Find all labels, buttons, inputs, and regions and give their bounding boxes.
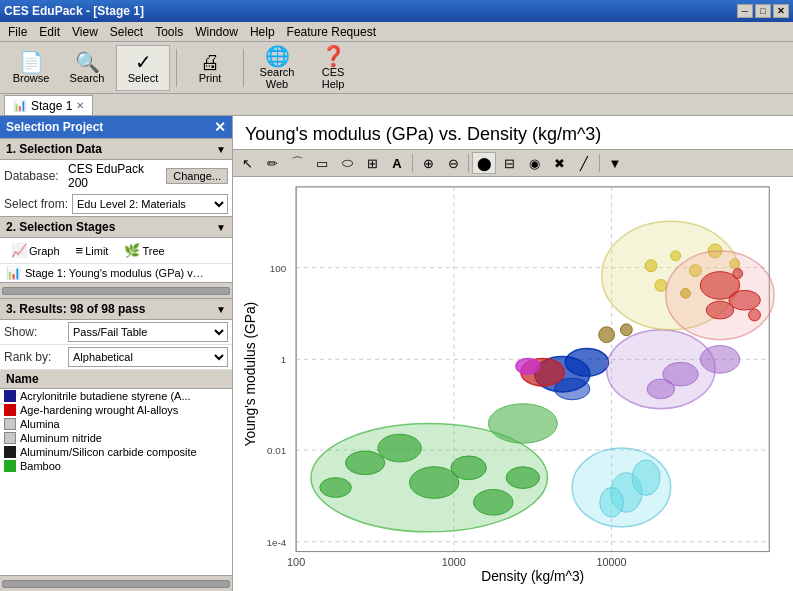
svg-point-44 xyxy=(733,269,743,279)
list-item[interactable]: Aluminum nitride xyxy=(0,431,232,445)
menu-help[interactable]: Help xyxy=(244,23,281,41)
section2-arrow: ▼ xyxy=(216,222,226,233)
svg-text:1: 1 xyxy=(281,354,286,365)
print-button[interactable]: 🖨 Print xyxy=(183,45,237,91)
database-value: CES EduPack 200 xyxy=(68,162,162,190)
menubar: File Edit View Select Tools Window Help … xyxy=(0,22,793,42)
ellipse-btn[interactable]: ⬭ xyxy=(335,152,359,174)
section3-header[interactable]: 3. Results: 98 of 98 pass ▼ xyxy=(0,298,232,320)
graph-button[interactable]: 📈 Graph xyxy=(4,240,67,261)
close-btn[interactable]: ✕ xyxy=(773,4,789,18)
tab-label: Stage 1 xyxy=(31,99,72,113)
svg-text:Density (kg/m^3): Density (kg/m^3) xyxy=(481,569,584,584)
maximize-btn[interactable]: □ xyxy=(755,4,771,18)
box-btn[interactable]: ▭ xyxy=(310,152,334,174)
list-item[interactable]: Acrylonitrile butadiene styrene (A... xyxy=(0,389,232,403)
show-dropdown[interactable]: Pass/Fail Table Pass Table Fail Table xyxy=(68,322,228,342)
chart-title: Young's modulus (GPa) vs. Density (kg/m^… xyxy=(233,116,793,149)
window-controls: ─ □ ✕ xyxy=(737,4,789,18)
section2-header[interactable]: 2. Selection Stages ▼ xyxy=(0,216,232,238)
hscroll-1 xyxy=(0,282,232,298)
menu-select[interactable]: Select xyxy=(104,23,149,41)
section1-arrow: ▼ xyxy=(216,144,226,155)
svg-point-15 xyxy=(474,489,513,515)
zoom-in-btn[interactable]: ⊕ xyxy=(416,152,440,174)
item-color-6 xyxy=(4,460,16,472)
svg-text:10000: 10000 xyxy=(597,556,627,568)
stages-toolbar: 📈 Graph ≡ Limit 🌿 Tree xyxy=(0,238,232,264)
hscrollbar-track[interactable] xyxy=(2,287,230,295)
section1-header[interactable]: 1. Selection Data ▼ xyxy=(0,138,232,160)
print-icon: 🖨 xyxy=(200,52,220,72)
list-item[interactable]: Alumina xyxy=(0,417,232,431)
browse-label: Browse xyxy=(13,72,50,84)
rankby-dropdown[interactable]: Alphabetical By Rank xyxy=(68,347,228,367)
select-button[interactable]: ✓ Select xyxy=(116,45,170,91)
svg-text:100: 100 xyxy=(270,263,287,274)
menu-view[interactable]: View xyxy=(66,23,104,41)
limit-label: Limit xyxy=(85,245,108,257)
svg-text:Young's modulus (GPa): Young's modulus (GPa) xyxy=(243,302,258,447)
change-button[interactable]: Change... xyxy=(166,168,228,184)
ceshelp-button[interactable]: ❓ CES Help xyxy=(306,45,360,91)
svg-text:1000: 1000 xyxy=(442,556,466,568)
svg-point-17 xyxy=(506,467,540,489)
item-label-4: Aluminum nitride xyxy=(20,432,102,444)
color-btn[interactable]: ◉ xyxy=(522,152,546,174)
section1-label: 1. Selection Data xyxy=(6,142,102,156)
list-item[interactable]: Age-hardening wrought Al-alloys xyxy=(0,403,232,417)
selectfrom-dropdown[interactable]: Edu Level 2: Materials xyxy=(72,194,228,214)
svg-point-22 xyxy=(516,358,540,374)
more-btn[interactable]: ▼ xyxy=(603,152,627,174)
grid-btn[interactable]: ⊞ xyxy=(360,152,384,174)
stage-icon: 📊 xyxy=(6,266,21,280)
browse-button[interactable]: 📄 Browse xyxy=(4,45,58,91)
svg-point-27 xyxy=(600,488,624,518)
line-btn[interactable]: ╱ xyxy=(572,152,596,174)
remove-btn[interactable]: ✖ xyxy=(547,152,571,174)
svg-text:0.01: 0.01 xyxy=(267,445,286,456)
minimize-btn[interactable]: ─ xyxy=(737,4,753,18)
tab-close-btn[interactable]: ✕ xyxy=(76,100,84,111)
svg-point-46 xyxy=(599,327,615,343)
list-item[interactable]: Bamboo xyxy=(0,459,232,473)
main-toolbar: 📄 Browse 🔍 Search ✓ Select 🖨 Print 🌐 Sea… xyxy=(0,42,793,94)
panel-title: Selection Project xyxy=(6,120,103,134)
menu-file[interactable]: File xyxy=(2,23,33,41)
menu-edit[interactable]: Edit xyxy=(33,23,66,41)
bubbles-btn[interactable]: ⬤ xyxy=(472,152,496,174)
hscrollbar-track-2[interactable] xyxy=(2,580,230,588)
selectfrom-label: Select from: xyxy=(4,197,68,211)
app-title: CES EduPack - [Stage 1] xyxy=(4,4,144,18)
item-color-2 xyxy=(4,404,16,416)
panel-close-btn[interactable]: ✕ xyxy=(214,119,226,135)
tree-button[interactable]: 🌿 Tree xyxy=(117,240,171,261)
svg-point-38 xyxy=(655,280,667,292)
cursor-btn[interactable]: ↖ xyxy=(235,152,259,174)
stage-item[interactable]: 📊 Stage 1: Young's modulus (GPa) vs. Den… xyxy=(0,264,232,282)
results-list: Acrylonitrile butadiene styrene (A... Ag… xyxy=(0,389,232,575)
menu-window[interactable]: Window xyxy=(189,23,244,41)
svg-point-16 xyxy=(320,478,352,498)
zoom-out-btn[interactable]: ⊖ xyxy=(441,152,465,174)
menu-tools[interactable]: Tools xyxy=(149,23,189,41)
show-label: Show: xyxy=(4,325,64,339)
labels-btn[interactable]: ⊟ xyxy=(497,152,521,174)
name-header: Name xyxy=(6,372,39,386)
chart-sep-3 xyxy=(599,154,600,172)
stage1-tab[interactable]: 📊 Stage 1 ✕ xyxy=(4,95,93,115)
text-btn[interactable]: A xyxy=(385,152,409,174)
svg-point-31 xyxy=(647,379,675,399)
ceshelp-label: CES Help xyxy=(309,66,357,90)
polyline-btn[interactable]: ⌒ xyxy=(285,152,309,174)
search-button[interactable]: 🔍 Search xyxy=(60,45,114,91)
limit-button[interactable]: ≡ Limit xyxy=(69,240,116,261)
draw-btn[interactable]: ✏ xyxy=(260,152,284,174)
select-icon: ✓ xyxy=(135,52,152,72)
database-label: Database: xyxy=(4,169,64,183)
list-item[interactable]: Aluminum/Silicon carbide composite xyxy=(0,445,232,459)
svg-text:1e-4: 1e-4 xyxy=(267,537,287,548)
tabbar: 📊 Stage 1 ✕ xyxy=(0,94,793,116)
menu-feature-request[interactable]: Feature Request xyxy=(281,23,382,41)
searchweb-button[interactable]: 🌐 Search Web xyxy=(250,45,304,91)
